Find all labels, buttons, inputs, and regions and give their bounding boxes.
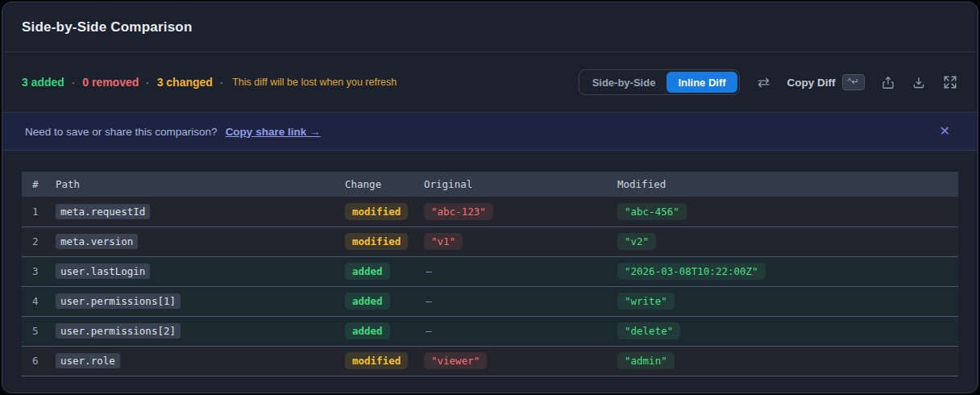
- share-banner: Need to save or share this comparison? C…: [2, 112, 978, 151]
- diff-table-body: 1 meta.requestId modified "abc-123" "abc…: [22, 197, 958, 376]
- copy-diff-label: Copy Diff: [787, 77, 836, 89]
- comparison-card: Side-by-Side Comparison 3 added · 0 remo…: [2, 2, 978, 393]
- swap-icon: [756, 75, 771, 90]
- copy-share-link[interactable]: Copy share link →: [226, 126, 321, 138]
- column-header-modified: Modified: [617, 172, 958, 197]
- copy-diff-shortcut-badge: ^↵: [842, 74, 865, 89]
- view-mode-toggle: Side-by-Side Inline Diff: [579, 69, 740, 95]
- modified-value: "delete": [617, 322, 680, 339]
- download-button[interactable]: [911, 75, 926, 90]
- modified-value: "abc-456": [617, 203, 687, 220]
- added-count: 3 added: [22, 76, 64, 89]
- modified-value: "v2": [617, 233, 656, 250]
- toolbar-controls: Side-by-Side Inline Diff Copy Diff ^↵: [579, 69, 958, 95]
- row-number: 2: [22, 227, 56, 256]
- banner-message: Need to save or share this comparison?: [25, 126, 218, 138]
- diff-stats: 3 added · 0 removed · 3 changed · This d…: [22, 76, 397, 89]
- modified-value: "admin": [617, 352, 675, 369]
- original-value: —: [424, 263, 434, 280]
- fullscreen-button[interactable]: [942, 74, 958, 90]
- column-header-change: Change: [345, 172, 424, 197]
- diff-table-section: # Path Change Original Modified 1 meta.r…: [2, 151, 978, 376]
- path-chip: user.permissions[1]: [56, 293, 181, 309]
- removed-count: 0 removed: [82, 76, 139, 89]
- copy-diff-button[interactable]: Copy Diff ^↵: [787, 74, 865, 89]
- path-chip: user.permissions[2]: [56, 323, 181, 339]
- path-chip: meta.requestId: [56, 204, 150, 219]
- share-button[interactable]: [881, 75, 895, 90]
- diff-table-header: # Path Change Original Modified: [22, 172, 958, 197]
- stat-separator: ·: [72, 77, 75, 89]
- row-number: 3: [22, 256, 56, 286]
- expand-icon: [942, 74, 958, 90]
- download-icon: [911, 75, 926, 90]
- row-number: 1: [22, 197, 56, 227]
- toolbar: 3 added · 0 removed · 3 changed · This d…: [2, 52, 978, 112]
- change-badge: modified: [345, 203, 408, 220]
- share-icon: [881, 75, 895, 90]
- column-header-original: Original: [424, 172, 617, 197]
- original-value: "v1": [424, 233, 463, 250]
- table-row: 1 meta.requestId modified "abc-123" "abc…: [22, 197, 958, 227]
- change-badge: added: [345, 322, 390, 339]
- diff-table: # Path Change Original Modified 1 meta.r…: [22, 172, 958, 376]
- path-chip: user.role: [56, 353, 120, 368]
- close-icon: ✕: [940, 124, 950, 138]
- banner-close-button[interactable]: ✕: [935, 122, 955, 141]
- table-row: 6 user.role modified "viewer" "admin": [22, 346, 958, 376]
- table-row: 4 user.permissions[1] added — "write": [22, 286, 958, 316]
- modified-value: "write": [617, 293, 675, 310]
- row-number: 5: [22, 316, 56, 346]
- change-badge: modified: [345, 233, 408, 250]
- table-row: 3 user.lastLogin added — "2026-03-08T10:…: [22, 256, 958, 286]
- stat-separator: ·: [220, 77, 223, 89]
- row-number: 6: [22, 346, 56, 376]
- path-chip: user.lastLogin: [56, 264, 150, 279]
- table-row: 5 user.permissions[2] added — "delete": [22, 316, 958, 346]
- column-header-path: Path: [56, 172, 345, 197]
- change-badge: added: [345, 263, 390, 280]
- table-row: 2 meta.version modified "v1" "v2": [22, 227, 958, 256]
- column-header-number: #: [22, 172, 56, 197]
- stat-separator: ·: [146, 77, 149, 89]
- original-value: "abc-123": [424, 203, 493, 220]
- titlebar: Side-by-Side Comparison: [2, 2, 978, 52]
- modified-value: "2026-03-08T10:22:00Z": [617, 263, 766, 280]
- inline-diff-tab[interactable]: Inline Diff: [666, 72, 737, 93]
- changed-count: 3 changed: [157, 76, 213, 89]
- original-value: —: [424, 293, 434, 310]
- change-badge: modified: [345, 352, 408, 369]
- change-badge: added: [345, 293, 390, 310]
- path-chip: meta.version: [56, 234, 138, 249]
- diff-lost-note: This diff will be lost when you refresh: [232, 77, 397, 88]
- side-by-side-tab[interactable]: Side-by-Side: [581, 72, 667, 93]
- original-value: —: [424, 322, 434, 339]
- row-number: 4: [22, 286, 56, 316]
- swap-sides-button[interactable]: [756, 75, 771, 90]
- original-value: "viewer": [424, 352, 487, 369]
- page-title: Side-by-Side Comparison: [22, 19, 192, 35]
